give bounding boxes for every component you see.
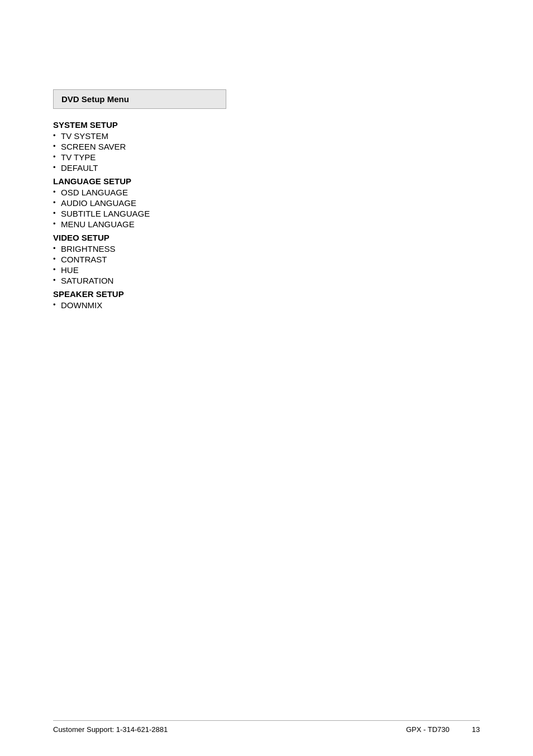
bullet-icon: • <box>53 244 61 252</box>
section-title-speaker-setup: SPEAKER SETUP <box>53 289 480 299</box>
list-item: •AUDIO LANGUAGE <box>53 198 480 208</box>
section-items-language-setup: •OSD LANGUAGE•AUDIO LANGUAGE•SUBTITLE LA… <box>53 187 480 229</box>
section-title-video-setup: VIDEO SETUP <box>53 233 480 242</box>
list-item: •OSD LANGUAGE <box>53 187 480 198</box>
item-text: HUE <box>61 265 79 275</box>
footer: Customer Support: 1-314-621-2881 GPX - T… <box>53 720 480 734</box>
page-number: 13 <box>472 725 480 734</box>
bullet-icon: • <box>53 209 61 217</box>
list-item: •HUE <box>53 265 480 275</box>
section-title-language-setup: LANGUAGE SETUP <box>53 176 480 186</box>
section-items-speaker-setup: •DOWNMIX <box>53 300 480 310</box>
list-item: •SUBTITLE LANGUAGE <box>53 208 480 219</box>
item-text: DOWNMIX <box>61 300 102 310</box>
section-items-video-setup: •BRIGHTNESS•CONTRAST•HUE•SATURATION <box>53 243 480 286</box>
bullet-icon: • <box>53 300 61 309</box>
item-text: TV SYSTEM <box>61 131 108 141</box>
list-item: •TV SYSTEM <box>53 131 480 141</box>
list-item: •MENU LANGUAGE <box>53 219 480 229</box>
footer-right: GPX - TD730 13 <box>406 725 480 734</box>
list-item: •BRIGHTNESS <box>53 243 480 254</box>
item-text: AUDIO LANGUAGE <box>61 198 136 208</box>
list-item: •TV TYPE <box>53 152 480 162</box>
item-text: SUBTITLE LANGUAGE <box>61 209 150 218</box>
list-item: •CONTRAST <box>53 254 480 265</box>
section-language-setup: LANGUAGE SETUP•OSD LANGUAGE•AUDIO LANGUA… <box>53 176 480 229</box>
page-content: DVD Setup Menu SYSTEM SETUP•TV SYSTEM•SC… <box>0 0 533 358</box>
section-items-system-setup: •TV SYSTEM•SCREEN SAVER•TV TYPE•DEFAULT <box>53 131 480 173</box>
section-system-setup: SYSTEM SETUP•TV SYSTEM•SCREEN SAVER•TV T… <box>53 120 480 173</box>
menu-box-title: DVD Setup Menu <box>61 94 129 104</box>
bullet-icon: • <box>53 219 61 228</box>
item-text: DEFAULT <box>61 163 98 173</box>
bullet-icon: • <box>53 131 61 140</box>
item-text: OSD LANGUAGE <box>61 188 128 197</box>
footer-support: Customer Support: 1-314-621-2881 <box>53 725 168 734</box>
list-item: •SCREEN SAVER <box>53 141 480 152</box>
item-text: CONTRAST <box>61 255 107 264</box>
item-text: BRIGHTNESS <box>61 244 116 253</box>
item-text: SATURATION <box>61 276 113 285</box>
list-item: •DOWNMIX <box>53 300 480 310</box>
menu-box: DVD Setup Menu <box>53 89 226 109</box>
bullet-icon: • <box>53 198 61 207</box>
bullet-icon: • <box>53 276 61 284</box>
bullet-icon: • <box>53 188 61 196</box>
bullet-icon: • <box>53 142 61 150</box>
footer-model: GPX - TD730 <box>406 725 450 734</box>
item-text: SCREEN SAVER <box>61 142 126 151</box>
list-item: •DEFAULT <box>53 162 480 173</box>
bullet-icon: • <box>53 265 61 274</box>
section-title-system-setup: SYSTEM SETUP <box>53 120 480 130</box>
bullet-icon: • <box>53 152 61 161</box>
section-speaker-setup: SPEAKER SETUP•DOWNMIX <box>53 289 480 310</box>
item-text: MENU LANGUAGE <box>61 219 135 229</box>
list-item: •SATURATION <box>53 275 480 286</box>
bullet-icon: • <box>53 255 61 263</box>
bullet-icon: • <box>53 163 61 171</box>
section-video-setup: VIDEO SETUP•BRIGHTNESS•CONTRAST•HUE•SATU… <box>53 233 480 286</box>
sections-container: SYSTEM SETUP•TV SYSTEM•SCREEN SAVER•TV T… <box>53 120 480 310</box>
item-text: TV TYPE <box>61 152 96 162</box>
